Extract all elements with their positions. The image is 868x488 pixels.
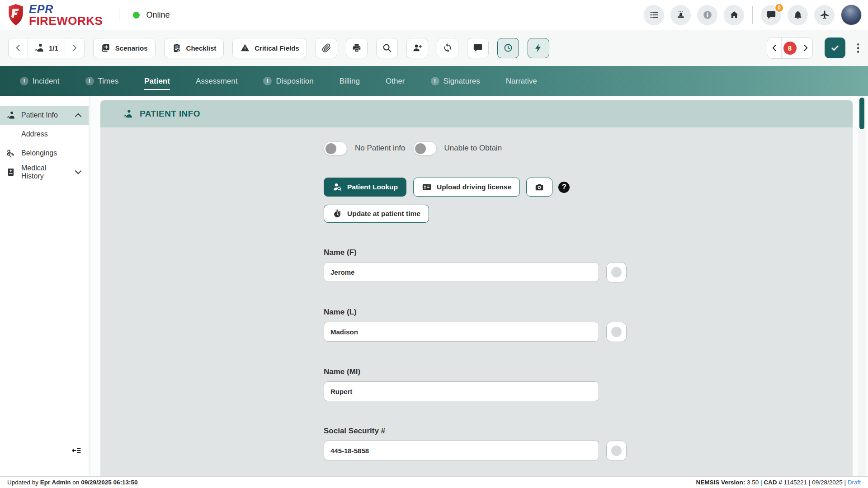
sidebar-item-patient-info[interactable]: Patient Info bbox=[0, 106, 89, 125]
issue-pager: 8 bbox=[767, 37, 813, 59]
patient-info-panel: PATIENT INFO No Patient infoUnable to Ob… bbox=[100, 100, 853, 476]
messages-button[interactable]: 0 bbox=[761, 5, 781, 25]
patient-lookup-icon bbox=[332, 182, 342, 192]
header-divider bbox=[119, 8, 119, 22]
print-button[interactable] bbox=[346, 38, 368, 58]
panel-header: PATIENT INFO bbox=[100, 100, 853, 127]
search-icon bbox=[382, 43, 392, 53]
toggle-label: Unable to Obtain bbox=[444, 144, 502, 153]
toggle-unable-to-obtain[interactable] bbox=[413, 141, 437, 155]
tab-other[interactable]: Other bbox=[386, 77, 405, 86]
field-label: Name (F) bbox=[324, 248, 640, 258]
field-label: Social Security # bbox=[324, 427, 640, 436]
online-dot bbox=[133, 12, 140, 19]
checklist-button[interactable]: Checklist bbox=[164, 38, 224, 58]
sidebar-item-address[interactable]: Address bbox=[0, 125, 89, 144]
siren-icon bbox=[676, 10, 686, 20]
bell-icon bbox=[793, 10, 803, 20]
camera-icon bbox=[534, 182, 544, 192]
draft-status-link[interactable]: Draft bbox=[848, 479, 861, 486]
info-button[interactable] bbox=[697, 5, 717, 25]
sync-button[interactable] bbox=[437, 38, 458, 58]
field-input[interactable] bbox=[324, 441, 599, 460]
comment-button[interactable] bbox=[467, 38, 489, 58]
info-icon bbox=[703, 10, 712, 20]
person-add-icon bbox=[412, 43, 422, 53]
app-logo: EPR FIREWORKS bbox=[0, 4, 103, 27]
sidebar: Patient InfoAddressBelongingsMedical His… bbox=[0, 96, 89, 476]
field-action-button[interactable] bbox=[606, 322, 627, 342]
tab-warning-icon: ! bbox=[20, 77, 28, 85]
logo-line1: EPR bbox=[29, 4, 103, 15]
bolt-toggle-button[interactable] bbox=[528, 38, 549, 58]
clock-toggle-button[interactable] bbox=[497, 38, 519, 58]
toolbar: 1/1 Scenarios Checklist Critical Fields bbox=[0, 30, 868, 66]
sidebar-item-belongings[interactable]: Belongings bbox=[0, 144, 89, 163]
search-button[interactable] bbox=[376, 38, 398, 58]
sidebar-collapse-button[interactable] bbox=[71, 446, 81, 455]
critical-fields-button[interactable]: Critical Fields bbox=[232, 38, 307, 58]
attachment-button[interactable] bbox=[316, 38, 337, 58]
help-button[interactable]: ? bbox=[558, 182, 570, 193]
tab-billing[interactable]: Billing bbox=[340, 77, 360, 86]
patient-lookup-button[interactable]: Patient Lookup bbox=[324, 178, 406, 197]
field-name-l-: Name (L) bbox=[324, 308, 640, 342]
online-label: Online bbox=[146, 10, 170, 20]
record-prev-button[interactable] bbox=[9, 38, 28, 58]
field-action-button[interactable] bbox=[606, 262, 627, 282]
scenarios-icon bbox=[101, 43, 111, 53]
issue-next-button[interactable] bbox=[798, 38, 812, 58]
field-label: Name (MI) bbox=[324, 367, 640, 377]
more-options-button[interactable]: ⋮ bbox=[853, 42, 862, 54]
tab-warning-icon: ! bbox=[85, 77, 94, 85]
top-header: EPR FIREWORKS Online 0 bbox=[0, 0, 868, 30]
scrollbar-thumb[interactable] bbox=[859, 98, 864, 129]
field-input[interactable] bbox=[324, 381, 599, 401]
menu-list-icon bbox=[649, 10, 659, 20]
messages-icon bbox=[766, 10, 776, 20]
upload-license-button[interactable]: Upload driving license bbox=[413, 178, 520, 197]
content-scrollbar[interactable] bbox=[858, 96, 866, 476]
logo-shield-icon bbox=[6, 4, 25, 26]
tab-narrative[interactable]: Narrative bbox=[506, 77, 537, 86]
issue-prev-button[interactable] bbox=[767, 38, 781, 58]
medical-history-icon bbox=[6, 167, 15, 177]
scenarios-button[interactable]: Scenarios bbox=[93, 38, 156, 58]
id-card-icon bbox=[422, 182, 432, 192]
bell-button[interactable] bbox=[788, 5, 808, 25]
tab-signatures[interactable]: !Signatures bbox=[431, 77, 480, 86]
tab-disposition[interactable]: !Disposition bbox=[263, 77, 313, 86]
plane-button[interactable] bbox=[814, 5, 835, 25]
stopwatch-icon bbox=[332, 209, 342, 219]
home-button[interactable] bbox=[724, 5, 744, 25]
person-add-button[interactable] bbox=[406, 38, 428, 58]
menu-list-button[interactable] bbox=[644, 5, 664, 25]
tab-times[interactable]: !Times bbox=[85, 77, 119, 86]
toggle-no-patient-info[interactable] bbox=[324, 141, 347, 155]
tab-incident[interactable]: !Incident bbox=[20, 77, 60, 86]
comment-icon bbox=[473, 43, 483, 53]
app-window: EPR FIREWORKS Online 0 1/1 Scenarios bbox=[0, 0, 868, 488]
field-input[interactable] bbox=[324, 322, 599, 342]
warning-icon bbox=[240, 43, 250, 53]
user-avatar[interactable] bbox=[841, 5, 862, 25]
print-icon bbox=[352, 43, 362, 53]
attachment-icon bbox=[321, 43, 331, 53]
field-input[interactable] bbox=[324, 262, 599, 282]
tab-assessment[interactable]: Assessment bbox=[196, 77, 238, 86]
save-confirm-button[interactable] bbox=[825, 38, 845, 58]
messages-badge: 0 bbox=[774, 3, 784, 13]
update-patient-time-button[interactable]: Update at patient time bbox=[324, 205, 429, 223]
siren-button[interactable] bbox=[670, 5, 691, 25]
sidebar-item-medical-history[interactable]: Medical History bbox=[0, 163, 89, 182]
tab-patient[interactable]: Patient bbox=[144, 77, 170, 86]
record-pager: 1/1 bbox=[8, 38, 85, 58]
home-icon bbox=[729, 10, 739, 20]
field-social-security-: Social Security # bbox=[324, 427, 640, 461]
tab-warning-icon: ! bbox=[263, 77, 272, 85]
camera-button[interactable] bbox=[526, 178, 552, 197]
tab-warning-icon: ! bbox=[431, 77, 439, 85]
record-next-button[interactable] bbox=[65, 38, 84, 58]
field-action-button[interactable] bbox=[606, 441, 627, 461]
chevron-down-icon bbox=[73, 167, 83, 177]
